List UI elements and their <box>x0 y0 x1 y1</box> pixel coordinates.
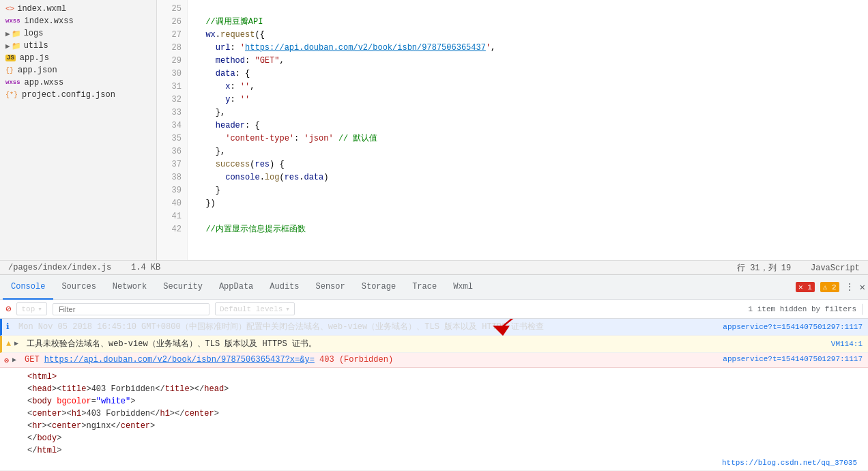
code-lines: //调用豆瓣API wx.request({ url: 'https://api… <box>188 0 868 260</box>
file-tree-item[interactable]: {} app.json <box>0 64 156 76</box>
error-icon: ⊗ <box>4 356 9 366</box>
js-icon: JS <box>5 55 16 61</box>
file-label: index.wxml <box>17 4 66 14</box>
tab-sources[interactable]: Sources <box>53 275 104 300</box>
devtools-tab-icons: ✕ 1 ⚠ 2 ⋮ ✕ <box>796 281 865 293</box>
file-tree-item[interactable]: wxss app.wxss <box>0 76 156 89</box>
code-line: y: '' <box>196 94 860 106</box>
filter-input[interactable] <box>53 303 209 315</box>
html-line: </html> <box>16 444 863 457</box>
tab-console[interactable]: Console <box>3 275 53 300</box>
tab-audits[interactable]: Audits <box>261 275 307 300</box>
file-tree-item[interactable]: wxss index.wxss <box>0 15 156 27</box>
expand-icon[interactable]: ▶ <box>12 356 16 364</box>
code-line: }, <box>196 106 860 119</box>
error-url-link[interactable]: https://api.douban.com/v2/book/isbn/9787… <box>44 355 315 365</box>
tab-trace[interactable]: Trace <box>404 275 445 300</box>
tab-storage-label: Storage <box>362 282 396 291</box>
folder-icon: 📁 <box>12 42 21 51</box>
editor-position: 行 31，列 19 JavaScript <box>737 262 860 274</box>
file-label: app.json <box>18 66 57 75</box>
warning-source-link[interactable]: VM114:1 <box>831 338 863 350</box>
warn-count-badge: ⚠ 2 <box>820 282 839 292</box>
tab-wxml-label: Wxml <box>453 282 473 291</box>
html-line: <html> <box>16 371 863 383</box>
code-line: //内置显示信息提示框函数 <box>196 223 860 236</box>
warning-icon: ▲ <box>6 338 11 350</box>
devtools-tabs: Console Sources Network Security AppData… <box>0 275 868 300</box>
expand-icon[interactable]: ▶ <box>14 338 18 350</box>
console-message-error: ⊗ ▶ GET https://api.douban.com/v2/book/i… <box>0 353 868 368</box>
code-line <box>196 210 860 223</box>
code-line: }) <box>196 197 860 210</box>
tab-sources-label: Sources <box>61 282 96 291</box>
tab-appdata[interactable]: AppData <box>211 275 261 300</box>
code-line: } <box>196 184 860 197</box>
html-line: </body> <box>16 432 863 444</box>
tab-network[interactable]: Network <box>104 275 155 300</box>
stop-icon[interactable]: ⊘ <box>5 303 11 315</box>
json-config-icon: {*} <box>5 91 18 99</box>
file-tree-item[interactable]: {*} project.config.json <box>0 89 156 101</box>
tab-security-label: Security <box>163 282 203 291</box>
tab-wxml[interactable]: Wxml <box>445 275 481 300</box>
info-source-link[interactable]: appservice?t=1541407501297:1117 <box>723 321 863 333</box>
context-selector[interactable]: top ▾ <box>16 302 46 315</box>
file-tree-item[interactable]: <> index.wxml <box>0 3 156 15</box>
file-label: app.wxss <box>25 78 64 87</box>
log-level-label: Default levels <box>220 305 283 313</box>
items-hidden-text: 1 item hidden by filters <box>749 305 856 313</box>
console-toolbar: ⊘ top ▾ Default levels ▾ 1 item hidden b… <box>0 300 868 319</box>
url-link[interactable]: https://api.douban.com/v2/book/isbn/9787… <box>245 43 486 53</box>
info-icon: ℹ <box>6 321 10 333</box>
tab-audits-label: Audits <box>270 282 299 291</box>
file-label: app.js <box>20 53 49 63</box>
code-line: success(res) { <box>196 158 860 171</box>
editor-area: <> index.wxml wxss index.wxss ▶ 📁 logs ▶… <box>0 0 868 260</box>
editor-filepath: /pages/index/index.js 1.4 KB <box>8 263 160 272</box>
code-line <box>196 3 860 16</box>
editor-statusbar: /pages/index/index.js 1.4 KB 行 31，列 19 J… <box>0 260 868 274</box>
wxss-icon: wxss <box>5 79 20 86</box>
html-line: <hr><center>nginx</center> <box>16 420 863 432</box>
code-line: console.log(res.data) <box>196 171 860 184</box>
code-line: wx.request({ <box>196 29 860 42</box>
code-line: }, <box>196 145 860 158</box>
console-message-warning: ▲ ▶ 工具未校验合法域名、web-view（业务域名）、TLS 版本以及 HT… <box>0 336 868 353</box>
folder-arrow-icon: ▶ <box>5 42 10 51</box>
file-tree-item[interactable]: JS app.js <box>0 52 156 64</box>
bottom-right-link[interactable]: https://blog.csdn.net/qq_37035 <box>16 457 863 469</box>
console-output: ℹ Mon Nov 05 2018 16:45:10 GMT+0800（中国标准… <box>0 319 868 471</box>
devtools-panel: Console Sources Network Security AppData… <box>0 274 868 471</box>
tab-sensor[interactable]: Sensor <box>308 275 353 300</box>
json-icon: {} <box>5 67 14 74</box>
tab-sensor-label: Sensor <box>316 282 345 291</box>
code-line: method: "GET", <box>196 55 860 68</box>
file-label: index.wxss <box>25 16 74 26</box>
main-container: <> index.wxml wxss index.wxss ▶ 📁 logs ▶… <box>0 0 868 471</box>
file-tree: <> index.wxml wxss index.wxss ▶ 📁 logs ▶… <box>0 0 157 260</box>
console-message-text: Mon Nov 05 2018 16:45:10 GMT+0800（中国标准时间… <box>18 322 544 332</box>
error-source-link[interactable]: appservice?t=1541407501297:1117 <box>723 355 863 363</box>
context-label: top <box>21 305 35 313</box>
console-message-text: 工具未校验合法域名、web-view（业务域名）、TLS 版本以及 HTTPS … <box>27 339 317 349</box>
error-count-badge: ✕ 1 <box>796 282 815 292</box>
tab-security[interactable]: Security <box>155 275 211 300</box>
code-editor: 25 26 27 28 29 30 31 32 33 34 35 36 37 3… <box>157 0 868 260</box>
html-line: <head><title>403 Forbidden</title></head… <box>16 383 863 395</box>
tab-storage[interactable]: Storage <box>353 275 404 300</box>
more-options-icon[interactable]: ⋮ <box>845 281 854 293</box>
html-output-block: <html> <head><title>403 Forbidden</title… <box>0 368 868 471</box>
code-line: url: 'https://api.douban.com/v2/book/isb… <box>196 42 860 55</box>
error-status-text: 403 (Forbidden) <box>315 355 393 365</box>
file-label: utils <box>24 41 48 51</box>
html-line: <center><h1>403 Forbidden</h1></center> <box>16 408 863 420</box>
file-tree-item[interactable]: ▶ 📁 logs <box>0 27 156 40</box>
close-devtools-icon[interactable]: ✕ <box>860 281 865 293</box>
log-level-select[interactable]: Default levels ▾ <box>215 302 295 315</box>
code-line: 'content-type': 'json' // 默认值 <box>196 132 860 145</box>
tab-appdata-label: AppData <box>219 282 253 291</box>
chevron-down-icon: ▾ <box>285 304 290 313</box>
file-label: project.config.json <box>22 90 115 100</box>
file-tree-item[interactable]: ▶ 📁 utils <box>0 40 156 52</box>
